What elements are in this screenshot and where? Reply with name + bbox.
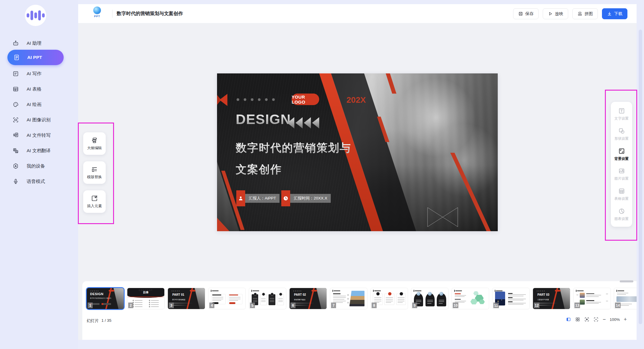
ppt-logo: PPT — [92, 7, 102, 21]
template-replace-icon — [91, 166, 98, 173]
thumbnail-scrollbar[interactable] — [620, 280, 633, 282]
slide-thumbnail-10[interactable]: 10 — [452, 288, 489, 309]
thumbnail-number: 13 — [574, 303, 580, 308]
sidebar-item-label: 我的设备 — [27, 163, 45, 169]
insert-element-button[interactable]: 插入元素 — [83, 190, 106, 213]
app-root: { "topbar": { "app_logo_text": "PPT", "d… — [0, 0, 644, 349]
text-settings-button[interactable]: 文字设置 — [611, 107, 632, 121]
grid-view-icon[interactable] — [575, 317, 580, 322]
collage-icon — [577, 11, 582, 16]
sidebar-item-ai-ppt[interactable]: AI PPT — [7, 50, 64, 65]
thumbnail-number: 12 — [534, 303, 539, 308]
slide-logo-placeholder[interactable]: YOUR LOGO — [292, 94, 319, 105]
slide-title-cn-line2[interactable]: 文案创作 — [236, 162, 282, 177]
sidebar-item-label: AI 图像识别 — [27, 117, 51, 123]
insert-element-icon — [91, 195, 98, 202]
shape-settings-icon — [618, 127, 625, 135]
sidebar-item-label: AI 文件转写 — [27, 132, 51, 139]
download-button[interactable]: 下载 — [602, 8, 627, 19]
zoom-in-button[interactable]: + — [624, 317, 627, 322]
slide-thumbnail-6[interactable]: PART 02营销策略与规划6 — [290, 288, 327, 309]
sidebar-item-voice-mode[interactable]: 语音模式 — [0, 176, 78, 187]
ocr-icon — [12, 117, 19, 123]
sidebar-item-ai-doc-translation[interactable]: AI 文档翻译 — [0, 145, 78, 157]
mic-icon — [12, 178, 19, 185]
slide-thumbnail-8[interactable]: 8 — [371, 288, 408, 309]
outline-edit-button[interactable]: 大纲编辑 — [83, 132, 106, 155]
fit-width-icon[interactable] — [593, 317, 599, 322]
slide-counter: 幻灯片 1 / 35 — [87, 318, 111, 324]
thumbnail-number: 5 — [250, 303, 255, 308]
robot-icon — [12, 40, 19, 46]
report-time-text: 汇报时间：20XX.X — [290, 194, 331, 203]
slide-thumbnail-1[interactable]: DESIGN数字时代的营销策划与 文案创作1 — [87, 288, 124, 309]
background-settings-button[interactable]: 背景设置 — [611, 147, 632, 161]
sidebar-item-label: AI 助理 — [27, 40, 41, 46]
report-time-badge[interactable]: 汇报时间：20XX.X — [281, 190, 331, 206]
thumbnail-number: 7 — [331, 303, 336, 308]
slide-thumbnail-2[interactable]: CONTENT目录2 — [127, 288, 164, 309]
collage-button[interactable]: 拼图 — [572, 8, 598, 19]
clock-icon — [281, 190, 290, 206]
thumbnail-number: 6 — [290, 303, 295, 308]
top-toolbar: PPT 数字时代的营销策划与文案创作 保存 放映 拼图 下载 — [78, 4, 637, 23]
present-button[interactable]: 放映 — [543, 8, 568, 19]
sidebar-item-ai-assistant[interactable]: AI 助理 — [0, 37, 78, 49]
slide-title-en[interactable]: DESIGN — [236, 111, 291, 127]
divider — [112, 10, 113, 18]
right-settings-panel: 文字设置形状设置背景设置图片设置表格设置图表设置 — [611, 102, 632, 227]
sidebar-item-label: AI PPT — [27, 55, 42, 60]
slide-counter-value: 1 / 35 — [102, 318, 112, 324]
sidebar-item-my-devices[interactable]: 我的设备 — [0, 160, 78, 172]
slide-thumbnail-13[interactable]: 02 -13 — [574, 288, 611, 309]
slide-counter-label: 幻灯片 — [87, 318, 99, 324]
slide-thumbnail-7[interactable]: 7 — [330, 288, 367, 309]
chart-settings-button[interactable]: 图表设置 — [611, 208, 632, 221]
window-scrollbar[interactable] — [639, 30, 642, 324]
zoom-level: 100% — [610, 317, 620, 322]
image-settings-button[interactable]: 图片设置 — [611, 167, 632, 181]
sidebar-item-label: AI 绘画 — [27, 102, 41, 108]
shape-settings-button[interactable]: 形状设置 — [611, 127, 632, 141]
view-controls: − 100% + — [566, 317, 627, 322]
fit-screen-icon[interactable] — [584, 317, 590, 322]
slide-year-text[interactable]: 202X — [346, 95, 366, 105]
slide-thumbnail-12[interactable]: PART 03文案创作与传播12 — [533, 288, 570, 309]
table-settings-icon — [618, 187, 625, 195]
slide-thumbnail-4[interactable]: 4 — [208, 288, 245, 309]
ppt-logo-icon — [93, 7, 101, 14]
slide-thumbnail-5[interactable]: 5 — [249, 288, 286, 309]
sidebar-item-ai-image-recognition[interactable]: AI 图像识别 — [0, 114, 78, 126]
sidebar-item-ai-table[interactable]: AI 表格 — [0, 83, 78, 95]
image-settings-icon — [618, 167, 625, 175]
save-icon — [518, 11, 523, 16]
slide-thumbnail-3[interactable]: PART 01数字时代营销概述3 — [168, 288, 205, 309]
writing-icon — [12, 70, 19, 77]
table-settings-button[interactable]: 表格设置 — [611, 187, 632, 201]
save-button[interactable]: 保存 — [513, 8, 539, 19]
thumbnail-panel: DESIGN数字时代的营销策划与 文案创作1CONTENT目录2PART 01数… — [82, 281, 637, 340]
thumbnail-number: 11 — [493, 303, 499, 308]
filmstrip-view-icon[interactable] — [566, 317, 571, 322]
template-replace-button[interactable]: 模版替换 — [83, 161, 106, 184]
outline-edit-icon — [91, 137, 98, 144]
slide-thumbnail-14[interactable]: 14 — [614, 288, 637, 309]
device-icon — [12, 163, 19, 169]
sidebar-item-label: AI 文档翻译 — [27, 148, 51, 154]
sidebar-item-label: AI 表格 — [27, 86, 41, 92]
dot-row — [237, 98, 275, 101]
presenter-badge[interactable]: 汇报人：AiPPT — [236, 190, 280, 206]
app-logo-icon — [25, 5, 46, 26]
slide-thumbnail-9[interactable]: 9 — [411, 288, 448, 309]
sidebar-item-ai-writing[interactable]: AI 写作 — [0, 68, 78, 80]
thumbnail-number: 10 — [453, 303, 458, 308]
sidebar-item-ai-drawing[interactable]: AI 绘画 — [0, 99, 78, 110]
slide-canvas[interactable]: YOUR LOGO 202X DESIGN 数字时代的营销策划与 文案创作 汇报… — [217, 73, 498, 231]
wireframe-bowtie-decor — [427, 207, 458, 227]
slide-thumbnail-11[interactable]: 11 — [492, 288, 529, 309]
main-content: PPT 数字时代的营销策划与文案创作 保存 放映 拼图 下载 YOUR LOGO… — [78, 4, 637, 340]
sidebar-item-ai-file-transcription[interactable]: AI 文件转写 — [0, 129, 78, 141]
zoom-out-button[interactable]: − — [603, 317, 606, 322]
thumbnail-number: 14 — [615, 303, 621, 308]
slide-title-cn-line1[interactable]: 数字时代的营销策划与 — [236, 141, 351, 155]
